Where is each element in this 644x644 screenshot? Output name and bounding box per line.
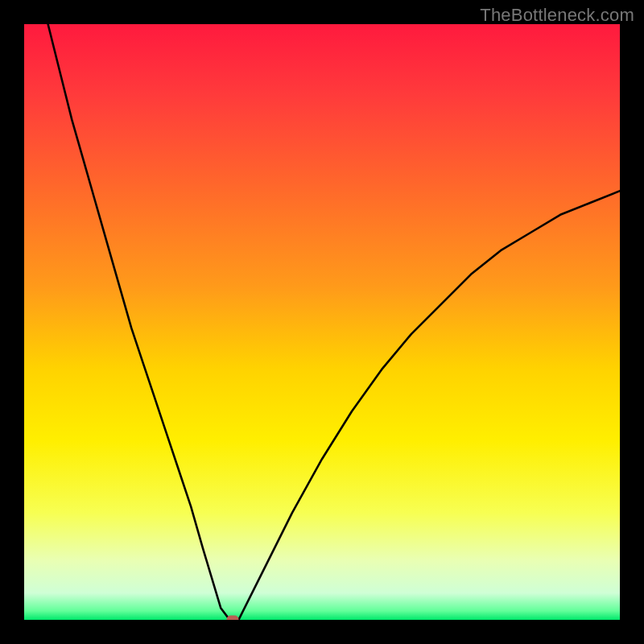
minimum-marker [227, 616, 239, 621]
bottleneck-curve [48, 24, 620, 620]
curve-layer [24, 24, 620, 620]
watermark-text: TheBottleneck.com [480, 5, 634, 26]
chart-frame: TheBottleneck.com [0, 0, 644, 644]
plot-area [24, 24, 620, 620]
